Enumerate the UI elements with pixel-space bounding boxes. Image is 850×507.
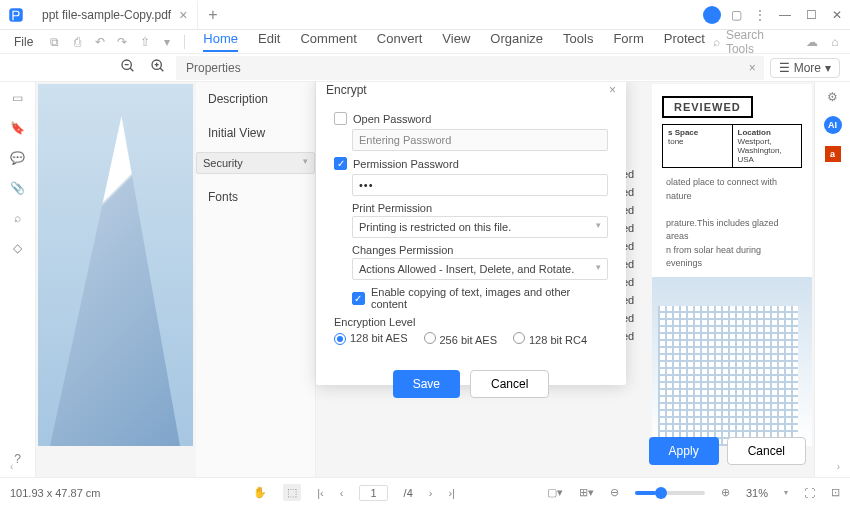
save-button[interactable]: Save bbox=[393, 370, 460, 398]
thumbnails-icon[interactable]: ▭ bbox=[10, 90, 26, 106]
tab-view[interactable]: View bbox=[442, 31, 470, 52]
panel-buttons: Apply Cancel bbox=[649, 437, 806, 465]
tab-home[interactable]: Home bbox=[203, 31, 238, 52]
search-icon: ⌕ bbox=[713, 35, 720, 49]
ribbon-tabs: Home Edit Comment Convert View Organize … bbox=[203, 31, 705, 52]
file-menu[interactable]: File bbox=[6, 33, 41, 51]
menubar: File ⧉ ⎙ ↶ ↷ ⇧ ▾ Home Edit Comment Conve… bbox=[0, 30, 850, 54]
tab-form[interactable]: Form bbox=[613, 31, 643, 52]
encrypt-dialog: Encrypt × Open Password Entering Passwor… bbox=[316, 82, 626, 385]
properties-header: Properties × bbox=[176, 56, 764, 80]
app-icon[interactable]: a bbox=[825, 146, 841, 162]
prev-page-icon[interactable]: ‹ bbox=[340, 487, 344, 499]
select-tool-icon[interactable]: ⬚ bbox=[283, 484, 301, 501]
maximize-button[interactable]: ☐ bbox=[798, 8, 824, 22]
tab-protect[interactable]: Protect bbox=[664, 31, 705, 52]
scroll-right-icon[interactable]: › bbox=[837, 461, 840, 477]
props-initial-view[interactable]: Initial View bbox=[196, 116, 315, 150]
svg-rect-0 bbox=[9, 8, 23, 22]
zoom-out-btn[interactable]: ⊖ bbox=[610, 486, 619, 499]
open-password-input[interactable]: Entering Password bbox=[352, 129, 608, 151]
close-tab-icon[interactable]: × bbox=[179, 7, 187, 23]
enc-256aes-radio[interactable]: 256 bit AES bbox=[424, 332, 498, 346]
page-input[interactable]: 1 bbox=[359, 485, 387, 501]
close-dialog-icon[interactable]: × bbox=[609, 83, 616, 97]
fullscreen-icon[interactable]: ⊡ bbox=[831, 486, 840, 499]
tab-comment[interactable]: Comment bbox=[300, 31, 356, 52]
view-mode2-icon[interactable]: ⊞▾ bbox=[579, 486, 594, 499]
permission-password-input[interactable]: ••• bbox=[352, 174, 608, 196]
view-mode1-icon[interactable]: ▢▾ bbox=[547, 486, 563, 499]
ai-icon[interactable]: AI bbox=[824, 116, 842, 134]
tab-tools[interactable]: Tools bbox=[563, 31, 593, 52]
comments-icon[interactable]: 💬 bbox=[10, 150, 26, 166]
coordinates: 101.93 x 47.87 cm bbox=[10, 487, 101, 499]
search-tools[interactable]: ⌕ Search Tools bbox=[713, 28, 789, 56]
kebab-icon[interactable]: ⋮ bbox=[748, 8, 772, 22]
props-description[interactable]: Description bbox=[196, 82, 315, 116]
attachments-icon[interactable]: 📎 bbox=[10, 180, 26, 196]
page-preview-left bbox=[38, 84, 193, 446]
app-logo-icon bbox=[0, 0, 32, 30]
dropdown-icon[interactable]: ▾ bbox=[158, 35, 177, 49]
zoom-out-icon[interactable] bbox=[116, 54, 140, 81]
tab-title: ppt file-sample-Copy.pdf bbox=[42, 8, 171, 22]
changes-permission-select[interactable]: Actions Allowed - Insert, Delete, and Ro… bbox=[352, 258, 608, 280]
zoom-slider[interactable] bbox=[635, 491, 705, 495]
main: ▭ 🔖 💬 📎 ⌕ ◇ ? Description Initial View S… bbox=[0, 82, 850, 477]
share-icon[interactable]: ⇧ bbox=[135, 35, 154, 49]
props-fonts[interactable]: Fonts bbox=[196, 180, 315, 214]
cancel-button[interactable]: Cancel bbox=[470, 370, 549, 398]
search-placeholder: Search Tools bbox=[726, 28, 789, 56]
minimize-button[interactable]: — bbox=[772, 8, 798, 22]
hand-tool-icon[interactable]: ✋ bbox=[253, 486, 267, 499]
props-security[interactable]: Security bbox=[196, 152, 315, 174]
enable-copy-checkbox[interactable]: ✓ bbox=[352, 292, 365, 305]
open-password-checkbox[interactable] bbox=[334, 112, 347, 125]
zoom-in-btn[interactable]: ⊕ bbox=[721, 486, 730, 499]
properties-panel: Description Initial View Security Fonts bbox=[196, 82, 316, 477]
enc-128aes-radio[interactable]: 128 bit AES bbox=[334, 332, 408, 346]
chevron-down-icon: ▾ bbox=[825, 61, 831, 75]
settings-sliders-icon[interactable]: ⚙ bbox=[827, 90, 838, 104]
dialog-title: Encrypt bbox=[326, 83, 367, 97]
last-page-icon[interactable]: ›| bbox=[448, 487, 455, 499]
file-tab[interactable]: ppt file-sample-Copy.pdf × bbox=[32, 1, 198, 29]
close-panel-icon[interactable]: × bbox=[749, 61, 756, 75]
home-icon[interactable]: ⌂ bbox=[826, 35, 845, 49]
document-canvas[interactable]: Description Initial View Security Fonts … bbox=[36, 82, 814, 477]
tab-organize[interactable]: Organize bbox=[490, 31, 543, 52]
toolbar: Properties × ☰ More ▾ bbox=[0, 54, 850, 82]
open-icon[interactable]: ⧉ bbox=[45, 35, 64, 49]
apply-button[interactable]: Apply bbox=[649, 437, 719, 465]
statusbar: 101.93 x 47.87 cm ✋ ⬚ |‹ ‹ 1 /4 › ›| ▢▾ … bbox=[0, 477, 850, 507]
zoom-in-icon[interactable] bbox=[146, 54, 170, 81]
cancel-panel-button[interactable]: Cancel bbox=[727, 437, 806, 465]
avatar-icon[interactable] bbox=[700, 6, 724, 24]
window-mode-icon[interactable]: ▢ bbox=[724, 8, 748, 22]
scroll-left-icon[interactable]: ‹ bbox=[10, 461, 13, 477]
hamburger-icon: ☰ bbox=[779, 61, 790, 75]
redo-icon[interactable]: ↷ bbox=[113, 35, 132, 49]
bookmarks-icon[interactable]: 🔖 bbox=[10, 120, 26, 136]
print-permission-select[interactable]: Printing is restricted on this file. bbox=[352, 216, 608, 238]
close-window-button[interactable]: ✕ bbox=[824, 8, 850, 22]
permission-password-checkbox[interactable]: ✓ bbox=[334, 157, 347, 170]
next-page-icon[interactable]: › bbox=[429, 487, 433, 499]
print-icon[interactable]: ⎙ bbox=[68, 35, 87, 49]
tab-convert[interactable]: Convert bbox=[377, 31, 423, 52]
reviewed-stamp: REVIEWED bbox=[662, 96, 753, 118]
search-panel-icon[interactable]: ⌕ bbox=[10, 210, 26, 226]
first-page-icon[interactable]: |‹ bbox=[317, 487, 324, 499]
zoom-level: 31% bbox=[746, 487, 768, 499]
page-total: /4 bbox=[404, 487, 413, 499]
right-sidebar: ⚙ AI a bbox=[814, 82, 850, 477]
new-tab-button[interactable]: + bbox=[198, 6, 227, 24]
tab-edit[interactable]: Edit bbox=[258, 31, 280, 52]
enc-128rc4-radio[interactable]: 128 bit RC4 bbox=[513, 332, 587, 346]
more-button[interactable]: ☰ More ▾ bbox=[770, 58, 840, 78]
layers-icon[interactable]: ◇ bbox=[10, 240, 26, 256]
cloud-icon[interactable]: ☁ bbox=[803, 35, 822, 49]
undo-icon[interactable]: ↶ bbox=[90, 35, 109, 49]
fit-page-icon[interactable]: ⛶ bbox=[804, 487, 815, 499]
